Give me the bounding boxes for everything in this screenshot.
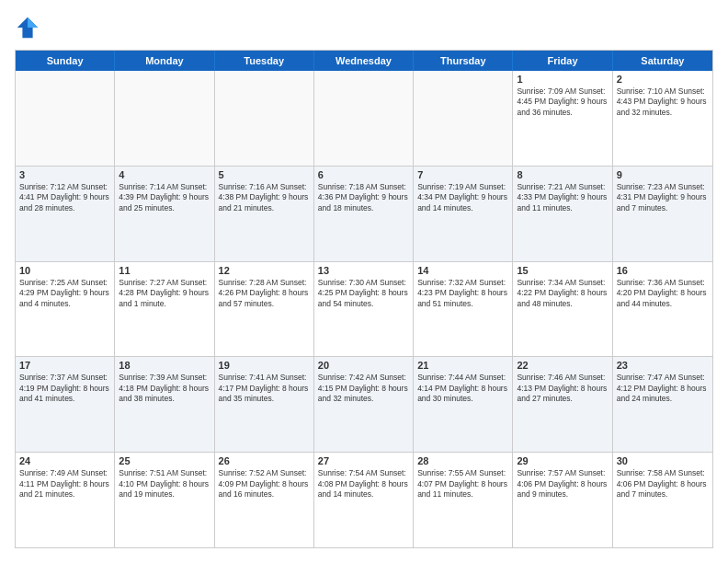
empty-cell — [16, 71, 115, 166]
day-details: Sunrise: 7:21 AM Sunset: 4:33 PM Dayligh… — [517, 182, 608, 213]
day-number: 13 — [318, 265, 409, 276]
day-number: 9 — [617, 169, 709, 180]
empty-cell — [115, 71, 214, 166]
day-number: 19 — [219, 360, 310, 371]
day-cell-19: 19Sunrise: 7:41 AM Sunset: 4:17 PM Dayli… — [215, 357, 314, 452]
day-cell-30: 30Sunrise: 7:58 AM Sunset: 4:06 PM Dayli… — [613, 453, 712, 547]
day-number: 20 — [318, 360, 409, 371]
day-cell-23: 23Sunrise: 7:47 AM Sunset: 4:12 PM Dayli… — [613, 357, 712, 452]
day-details: Sunrise: 7:39 AM Sunset: 4:18 PM Dayligh… — [119, 373, 210, 404]
day-details: Sunrise: 7:27 AM Sunset: 4:28 PM Dayligh… — [119, 278, 210, 309]
day-number: 2 — [617, 74, 709, 85]
day-number: 10 — [19, 265, 110, 276]
calendar-row-4: 24Sunrise: 7:49 AM Sunset: 4:11 PM Dayli… — [16, 452, 712, 547]
day-details: Sunrise: 7:18 AM Sunset: 4:36 PM Dayligh… — [318, 182, 409, 213]
day-cell-17: 17Sunrise: 7:37 AM Sunset: 4:19 PM Dayli… — [16, 357, 115, 452]
day-details: Sunrise: 7:57 AM Sunset: 4:06 PM Dayligh… — [517, 468, 608, 500]
calendar-row-2: 10Sunrise: 7:25 AM Sunset: 4:29 PM Dayli… — [16, 261, 712, 357]
day-number: 6 — [318, 169, 409, 180]
day-number: 23 — [617, 360, 709, 371]
weekday-header-wednesday: Wednesday — [314, 51, 414, 71]
day-number: 17 — [19, 360, 110, 371]
day-cell-20: 20Sunrise: 7:42 AM Sunset: 4:15 PM Dayli… — [314, 357, 414, 452]
day-cell-21: 21Sunrise: 7:44 AM Sunset: 4:14 PM Dayli… — [414, 357, 513, 452]
day-cell-16: 16Sunrise: 7:36 AM Sunset: 4:20 PM Dayli… — [613, 262, 712, 357]
day-cell-5: 5Sunrise: 7:16 AM Sunset: 4:38 PM Daylig… — [215, 167, 314, 261]
day-number: 26 — [219, 455, 310, 466]
svg-marker-1 — [28, 17, 38, 28]
day-cell-3: 3Sunrise: 7:12 AM Sunset: 4:41 PM Daylig… — [16, 167, 115, 261]
day-number: 18 — [119, 360, 210, 371]
day-number: 3 — [19, 169, 110, 180]
day-number: 11 — [119, 265, 210, 276]
logo — [15, 15, 44, 40]
day-number: 21 — [417, 360, 508, 371]
day-cell-28: 28Sunrise: 7:55 AM Sunset: 4:07 PM Dayli… — [414, 453, 513, 547]
day-details: Sunrise: 7:25 AM Sunset: 4:29 PM Dayligh… — [19, 278, 110, 309]
day-cell-2: 2Sunrise: 7:10 AM Sunset: 4:43 PM Daylig… — [613, 71, 712, 166]
weekday-header-tuesday: Tuesday — [215, 51, 314, 71]
weekday-header-friday: Friday — [513, 51, 612, 71]
weekday-header-monday: Monday — [115, 51, 214, 71]
day-details: Sunrise: 7:23 AM Sunset: 4:31 PM Dayligh… — [617, 182, 709, 213]
day-number: 4 — [119, 169, 210, 180]
day-details: Sunrise: 7:49 AM Sunset: 4:11 PM Dayligh… — [19, 468, 110, 500]
day-details: Sunrise: 7:51 AM Sunset: 4:10 PM Dayligh… — [119, 468, 210, 500]
day-cell-22: 22Sunrise: 7:46 AM Sunset: 4:13 PM Dayli… — [513, 357, 612, 452]
day-number: 24 — [19, 455, 110, 466]
calendar-row-3: 17Sunrise: 7:37 AM Sunset: 4:19 PM Dayli… — [16, 356, 712, 452]
calendar-row-1: 3Sunrise: 7:12 AM Sunset: 4:41 PM Daylig… — [16, 166, 712, 261]
day-details: Sunrise: 7:16 AM Sunset: 4:38 PM Dayligh… — [219, 182, 310, 213]
calendar-header: SundayMondayTuesdayWednesdayThursdayFrid… — [16, 51, 712, 71]
day-details: Sunrise: 7:28 AM Sunset: 4:26 PM Dayligh… — [219, 278, 310, 309]
day-cell-11: 11Sunrise: 7:27 AM Sunset: 4:28 PM Dayli… — [115, 262, 214, 357]
day-number: 15 — [517, 265, 608, 276]
day-number: 5 — [219, 169, 310, 180]
weekday-header-sunday: Sunday — [16, 51, 115, 71]
day-cell-10: 10Sunrise: 7:25 AM Sunset: 4:29 PM Dayli… — [16, 262, 115, 357]
calendar: SundayMondayTuesdayWednesdayThursdayFrid… — [15, 50, 713, 548]
day-cell-1: 1Sunrise: 7:09 AM Sunset: 4:45 PM Daylig… — [513, 71, 612, 166]
day-details: Sunrise: 7:37 AM Sunset: 4:19 PM Dayligh… — [19, 373, 110, 404]
day-details: Sunrise: 7:58 AM Sunset: 4:06 PM Dayligh… — [617, 468, 709, 500]
day-number: 12 — [219, 265, 310, 276]
day-details: Sunrise: 7:14 AM Sunset: 4:39 PM Dayligh… — [119, 182, 210, 213]
day-cell-6: 6Sunrise: 7:18 AM Sunset: 4:36 PM Daylig… — [314, 167, 414, 261]
day-number: 29 — [517, 455, 608, 466]
day-details: Sunrise: 7:10 AM Sunset: 4:43 PM Dayligh… — [617, 86, 709, 118]
day-cell-9: 9Sunrise: 7:23 AM Sunset: 4:31 PM Daylig… — [613, 167, 712, 261]
weekday-header-saturday: Saturday — [613, 51, 712, 71]
day-cell-24: 24Sunrise: 7:49 AM Sunset: 4:11 PM Dayli… — [16, 453, 115, 547]
day-cell-7: 7Sunrise: 7:19 AM Sunset: 4:34 PM Daylig… — [414, 167, 513, 261]
day-details: Sunrise: 7:44 AM Sunset: 4:14 PM Dayligh… — [417, 373, 508, 404]
day-details: Sunrise: 7:32 AM Sunset: 4:23 PM Dayligh… — [417, 278, 508, 309]
page: SundayMondayTuesdayWednesdayThursdayFrid… — [0, 0, 728, 563]
empty-cell — [414, 71, 513, 166]
day-details: Sunrise: 7:54 AM Sunset: 4:08 PM Dayligh… — [318, 468, 409, 500]
day-details: Sunrise: 7:36 AM Sunset: 4:20 PM Dayligh… — [617, 278, 709, 309]
calendar-row-0: 1Sunrise: 7:09 AM Sunset: 4:45 PM Daylig… — [16, 71, 712, 166]
day-number: 30 — [617, 455, 709, 466]
empty-cell — [215, 71, 314, 166]
day-number: 25 — [119, 455, 210, 466]
day-number: 28 — [417, 455, 508, 466]
day-number: 16 — [617, 265, 709, 276]
day-cell-12: 12Sunrise: 7:28 AM Sunset: 4:26 PM Dayli… — [215, 262, 314, 357]
day-details: Sunrise: 7:12 AM Sunset: 4:41 PM Dayligh… — [19, 182, 110, 213]
day-number: 8 — [517, 169, 608, 180]
logo-icon — [15, 15, 40, 40]
day-cell-13: 13Sunrise: 7:30 AM Sunset: 4:25 PM Dayli… — [314, 262, 414, 357]
day-details: Sunrise: 7:09 AM Sunset: 4:45 PM Dayligh… — [517, 86, 608, 118]
empty-cell — [314, 71, 414, 166]
day-cell-27: 27Sunrise: 7:54 AM Sunset: 4:08 PM Dayli… — [314, 453, 414, 547]
day-cell-25: 25Sunrise: 7:51 AM Sunset: 4:10 PM Dayli… — [115, 453, 214, 547]
header — [15, 15, 713, 40]
day-details: Sunrise: 7:42 AM Sunset: 4:15 PM Dayligh… — [318, 373, 409, 404]
day-details: Sunrise: 7:46 AM Sunset: 4:13 PM Dayligh… — [517, 373, 608, 404]
day-number: 7 — [417, 169, 508, 180]
day-cell-26: 26Sunrise: 7:52 AM Sunset: 4:09 PM Dayli… — [215, 453, 314, 547]
day-cell-15: 15Sunrise: 7:34 AM Sunset: 4:22 PM Dayli… — [513, 262, 612, 357]
day-details: Sunrise: 7:19 AM Sunset: 4:34 PM Dayligh… — [417, 182, 508, 213]
day-number: 27 — [318, 455, 409, 466]
day-number: 14 — [417, 265, 508, 276]
